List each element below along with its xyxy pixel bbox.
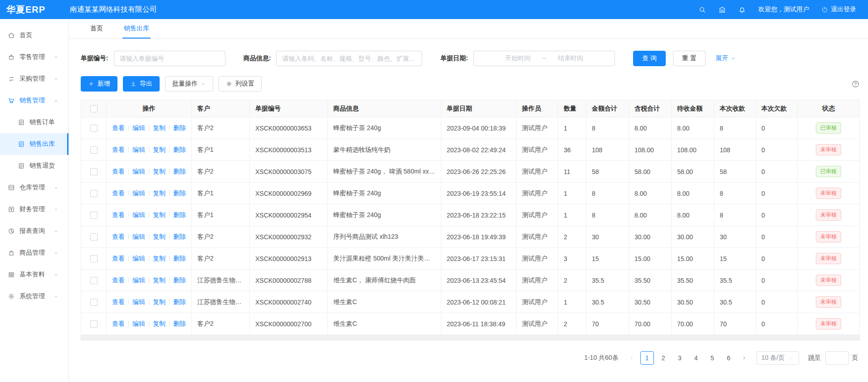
delete-link[interactable]: 删除 <box>173 189 186 197</box>
edit-link[interactable]: 编辑 <box>132 276 145 284</box>
sidebar-item-sales-outbound[interactable]: 销售出库 <box>0 133 68 155</box>
view-link[interactable]: 查看 <box>112 255 125 262</box>
edit-link[interactable]: 编辑 <box>132 168 145 175</box>
action-separator <box>128 321 129 326</box>
page-button-4[interactable]: 4 <box>689 351 703 365</box>
sidebar-item-purchase[interactable]: 采购管理 <box>0 68 68 90</box>
sidebar-item-sales-return[interactable]: 销售退货 <box>0 155 68 177</box>
edit-link[interactable]: 编辑 <box>132 146 145 153</box>
delete-link[interactable]: 删除 <box>173 168 186 175</box>
delete-link[interactable]: 删除 <box>173 255 186 262</box>
bank-icon[interactable] <box>718 6 726 14</box>
qty-cell: 11 <box>558 161 586 183</box>
row-checkbox[interactable] <box>90 125 98 132</box>
add-button[interactable]: 新增 <box>81 76 117 92</box>
action-separator <box>169 321 170 326</box>
help-icon[interactable] <box>851 80 860 88</box>
view-link[interactable]: 查看 <box>112 211 125 218</box>
delete-link[interactable]: 删除 <box>173 233 186 240</box>
view-link[interactable]: 查看 <box>112 124 125 131</box>
sidebar-item-system[interactable]: 系统管理 <box>0 285 68 307</box>
edit-link[interactable]: 编辑 <box>132 211 145 218</box>
delete-link[interactable]: 删除 <box>173 276 186 284</box>
sidebar-item-retail[interactable]: 零售管理 <box>0 46 68 68</box>
edit-link[interactable]: 编辑 <box>132 233 145 240</box>
sidebar-item-sales-order[interactable]: 销售订单 <box>0 111 68 133</box>
row-checkbox[interactable] <box>90 146 98 154</box>
column-settings-button[interactable]: 列设置 <box>219 76 262 92</box>
sidebar-item-sales[interactable]: 销售管理 <box>0 90 68 111</box>
search-button[interactable]: 查询 <box>633 51 666 66</box>
page-button-2[interactable]: 2 <box>657 351 670 365</box>
sidebar-item-warehouse[interactable]: 仓库管理 <box>0 177 68 198</box>
row-checkbox[interactable] <box>90 233 98 241</box>
date-range-picker[interactable]: 开始时间 ~ 结束时间 <box>473 51 615 66</box>
delete-link[interactable]: 删除 <box>173 320 186 327</box>
bell-icon[interactable] <box>738 6 746 14</box>
logout-button[interactable]: 退出登录 <box>821 5 856 14</box>
delete-link[interactable]: 删除 <box>173 211 186 218</box>
edit-link[interactable]: 编辑 <box>132 124 145 131</box>
row-checkbox[interactable] <box>90 190 98 197</box>
operator-cell: 测试用户 <box>517 248 558 270</box>
page-size-select[interactable]: 10 条/页 <box>756 351 799 365</box>
sidebar-item-basic-data[interactable]: 基本资料 <box>0 264 68 285</box>
page-button-5[interactable]: 5 <box>706 351 719 365</box>
date-cell: 2023-06-12 00:08:21 <box>441 291 517 313</box>
tab-home[interactable]: 首页 <box>89 19 104 39</box>
copy-link[interactable]: 复制 <box>153 298 166 305</box>
delete-link[interactable]: 删除 <box>173 298 186 305</box>
page-button-3[interactable]: 3 <box>673 351 687 365</box>
edit-link[interactable]: 编辑 <box>132 320 145 327</box>
sidebar-item-finance[interactable]: 财务管理 <box>0 198 68 220</box>
copy-link[interactable]: 复制 <box>153 146 166 153</box>
page-button-6[interactable]: 6 <box>722 351 736 365</box>
copy-link[interactable]: 复制 <box>153 168 166 175</box>
export-button[interactable]: 导出 <box>123 76 160 92</box>
sidebar-item-home[interactable]: 首页 <box>0 24 68 46</box>
copy-link[interactable]: 复制 <box>153 320 166 327</box>
copy-link[interactable]: 复制 <box>153 255 166 262</box>
reset-button[interactable]: 重置 <box>673 51 706 66</box>
prev-page-button[interactable] <box>626 351 638 365</box>
edit-link[interactable]: 编辑 <box>132 189 145 197</box>
select-all-checkbox[interactable] <box>90 105 98 112</box>
batch-actions-button[interactable]: 批量操作 <box>165 76 213 92</box>
view-link[interactable]: 查看 <box>112 276 125 284</box>
search-icon[interactable] <box>698 6 706 14</box>
edit-link[interactable]: 编辑 <box>132 298 145 305</box>
delete-link[interactable]: 删除 <box>173 124 186 131</box>
row-checkbox[interactable] <box>90 212 98 219</box>
horizontal-scrollbar[interactable] <box>81 335 860 340</box>
view-link[interactable]: 查看 <box>112 233 125 240</box>
next-page-button[interactable] <box>738 351 750 365</box>
delete-link[interactable]: 删除 <box>173 146 186 153</box>
view-link[interactable]: 查看 <box>112 298 125 305</box>
jump-page-input[interactable] <box>825 351 849 365</box>
row-checkbox[interactable] <box>90 299 98 306</box>
copy-link[interactable]: 复制 <box>153 124 166 131</box>
app-logo[interactable]: 华夏ERP <box>6 4 60 16</box>
product-info-input[interactable] <box>276 51 422 66</box>
copy-link[interactable]: 复制 <box>153 276 166 284</box>
tax-total-cell: 15.00 <box>629 248 672 270</box>
view-link[interactable]: 查看 <box>112 146 125 153</box>
page-button-1[interactable]: 1 <box>640 351 654 365</box>
expand-link[interactable]: 展开 <box>716 54 736 63</box>
row-checkbox[interactable] <box>90 277 98 284</box>
tab-sales-outbound[interactable]: 销售出库 <box>122 19 151 39</box>
row-checkbox[interactable] <box>90 255 98 262</box>
edit-link[interactable]: 编辑 <box>132 255 145 262</box>
view-link[interactable]: 查看 <box>112 189 125 197</box>
view-link[interactable]: 查看 <box>112 168 125 175</box>
receivable-cell: 108.00 <box>672 139 714 161</box>
sidebar-item-goods[interactable]: 商品管理 <box>0 242 68 264</box>
copy-link[interactable]: 复制 <box>153 189 166 197</box>
sidebar-item-report[interactable]: 报表查询 <box>0 220 68 242</box>
row-checkbox[interactable] <box>90 320 98 328</box>
view-link[interactable]: 查看 <box>112 320 125 327</box>
copy-link[interactable]: 复制 <box>153 233 166 240</box>
bill-no-input[interactable] <box>114 51 225 66</box>
copy-link[interactable]: 复制 <box>153 211 166 218</box>
row-checkbox[interactable] <box>90 168 98 175</box>
